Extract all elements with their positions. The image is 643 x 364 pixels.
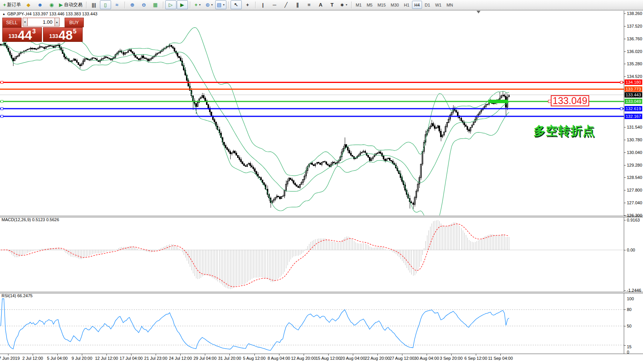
one-click-trading-panel: SELL ▼ ▲ BUY 133 44 3 133 48 5 bbox=[2, 18, 84, 42]
crosshair-button[interactable]: + bbox=[242, 0, 253, 9]
time-axis-tick bbox=[377, 354, 378, 356]
line-anchor bbox=[1, 81, 3, 83]
zoom-out-button[interactable]: ⊖ bbox=[138, 0, 150, 9]
price-axis-tick bbox=[624, 140, 626, 140]
volume-input[interactable] bbox=[28, 18, 55, 26]
sell-price-button[interactable]: 133 44 3 bbox=[2, 27, 42, 42]
equidistant-channel-button[interactable]: ∥ bbox=[292, 0, 303, 9]
arrows-button[interactable]: ∗▾ bbox=[338, 0, 349, 9]
bb-middle-band bbox=[2, 44, 509, 191]
signals-icon[interactable]: ◉ bbox=[46, 0, 57, 9]
line-anchor bbox=[620, 81, 623, 83]
community-icon-icon: ☻ bbox=[37, 2, 43, 7]
chart-shift-marker[interactable] bbox=[477, 11, 480, 13]
time-axis-tick bbox=[402, 354, 402, 356]
zoom-in-button[interactable]: ⊕ bbox=[127, 0, 138, 9]
toolbar-separator bbox=[86, 2, 86, 8]
price-axis-label: 137.520 bbox=[627, 24, 643, 28]
time-axis-tick bbox=[205, 354, 205, 356]
rsi-axis-label: 50 bbox=[627, 324, 643, 328]
sell-price-point: 3 bbox=[32, 28, 36, 35]
price-axis-label: 130.040 bbox=[627, 150, 643, 155]
timeframe-m1-button[interactable]: M1 bbox=[354, 1, 364, 9]
vertical-line-button[interactable]: | bbox=[258, 0, 269, 9]
arrows-icon: ∗ bbox=[340, 2, 344, 7]
text-icon: A bbox=[319, 2, 322, 7]
time-axis-border bbox=[0, 354, 643, 354]
community-icon[interactable]: ☻ bbox=[35, 0, 46, 9]
price-axis-label: 127.040 bbox=[627, 200, 643, 205]
macd-rsi-separator[interactable] bbox=[0, 292, 643, 293]
profiles-icon[interactable]: ◆ bbox=[23, 0, 34, 9]
dropdown-caret-icon: ▾ bbox=[346, 3, 347, 7]
price-axis-border bbox=[624, 11, 624, 354]
timeframe-m5-button[interactable]: M5 bbox=[364, 1, 375, 9]
text-label-button[interactable]: T bbox=[327, 0, 338, 9]
annotation-anchor[interactable] bbox=[548, 100, 551, 103]
dropdown-caret-icon: ▾ bbox=[211, 3, 213, 7]
line-chart-button[interactable]: ≈ bbox=[111, 0, 123, 9]
time-axis-tick bbox=[57, 354, 58, 356]
timeframe-h1-button[interactable]: H1 bbox=[402, 1, 412, 9]
price-axis-tick bbox=[624, 152, 626, 153]
period-icon: ⊙ bbox=[206, 2, 210, 7]
toolbar-separator bbox=[255, 2, 256, 8]
current-price-badge: 133.443 bbox=[625, 92, 642, 98]
timeframe-d1-button[interactable]: D1 bbox=[422, 1, 432, 9]
collapse-icon[interactable]: ▲ bbox=[2, 12, 5, 16]
highlight-segment bbox=[488, 100, 508, 103]
rsi-line bbox=[1, 299, 509, 351]
time-axis-tick bbox=[8, 354, 8, 356]
price-axis-tick bbox=[624, 51, 626, 52]
timeframe-m30-button[interactable]: M30 bbox=[389, 1, 401, 9]
price-level-badge: 132.619 bbox=[625, 106, 642, 111]
volume-stepper: ▼ ▲ bbox=[23, 18, 60, 26]
chart-plot-area[interactable] bbox=[0, 0, 643, 364]
pivot-annotation-text[interactable]: 多空转折点 bbox=[533, 123, 595, 139]
price-axis-tick bbox=[624, 203, 626, 203]
timeframe-h4-button[interactable]: H4 bbox=[412, 1, 422, 9]
buy-button[interactable]: BUY bbox=[65, 18, 84, 27]
new-order-button[interactable]: +新订单 bbox=[2, 0, 23, 9]
time-axis-tick bbox=[254, 354, 255, 356]
bar-chart-button[interactable]: ||| bbox=[88, 0, 100, 9]
profiles-icon-icon: ◆ bbox=[27, 2, 30, 7]
time-axis-tick bbox=[500, 354, 501, 356]
main-macd-separator[interactable] bbox=[0, 216, 643, 217]
timeframe-mn-button[interactable]: MN bbox=[444, 1, 455, 9]
volume-decrease-button[interactable]: ▼ bbox=[23, 18, 28, 26]
horizontal-line-button[interactable]: ─ bbox=[269, 0, 280, 9]
period-button[interactable]: ⊙▾ bbox=[204, 0, 215, 9]
autoscroll-button[interactable]: ▶ bbox=[177, 0, 188, 9]
new-chart-button[interactable]: +▾ bbox=[192, 0, 203, 9]
rsi-axis-label: 100 bbox=[627, 296, 643, 301]
rsi-axis-tick bbox=[624, 326, 626, 326]
trendline-icon: ╱ bbox=[284, 2, 287, 7]
tile-windows-button[interactable]: ▦ bbox=[150, 0, 161, 9]
buy-price-figure: 133 bbox=[49, 33, 58, 39]
template-icon: ▤ bbox=[217, 2, 221, 7]
sell-button[interactable]: SELL bbox=[2, 18, 22, 27]
text-button[interactable]: A bbox=[315, 0, 326, 9]
price-level-badge: 133.773 bbox=[625, 86, 642, 92]
price-level-badge: 133.049 bbox=[625, 99, 642, 104]
buy-price-button[interactable]: 133 48 5 bbox=[43, 27, 83, 42]
signals-icon-icon: ◉ bbox=[49, 2, 53, 7]
trendline-button[interactable]: ╱ bbox=[281, 0, 292, 9]
autotrading-button[interactable]: ▶自动交易 bbox=[58, 0, 84, 9]
timeframe-m15-button[interactable]: M15 bbox=[375, 1, 388, 9]
timeframe-w1-button[interactable]: W1 bbox=[433, 1, 444, 9]
chart-shift-button[interactable]: ▷ bbox=[165, 0, 176, 9]
fibonacci-button[interactable]: ≡ bbox=[304, 0, 315, 9]
main-toolbar: +新订单◆☻◉▶自动交易|||▯≈⊕⊖▦▷▶+▾⊙▾▤▾↖+|─╱∥≡AT∗▾M… bbox=[0, 0, 643, 10]
candlestick-chart-button[interactable]: ▯ bbox=[100, 0, 111, 9]
time-axis-tick bbox=[33, 354, 33, 356]
buy-price-pips: 48 bbox=[58, 30, 73, 40]
volume-increase-button[interactable]: ▲ bbox=[55, 18, 60, 26]
price-axis-label: 127.800 bbox=[627, 188, 643, 192]
candlestick-chart-icon: ▯ bbox=[104, 2, 107, 7]
template-button[interactable]: ▤▾ bbox=[215, 0, 226, 9]
price-annotation-box[interactable]: 133.049 bbox=[551, 95, 589, 106]
cursor-button[interactable]: ↖ bbox=[231, 0, 242, 9]
time-axis-tick bbox=[106, 354, 107, 356]
